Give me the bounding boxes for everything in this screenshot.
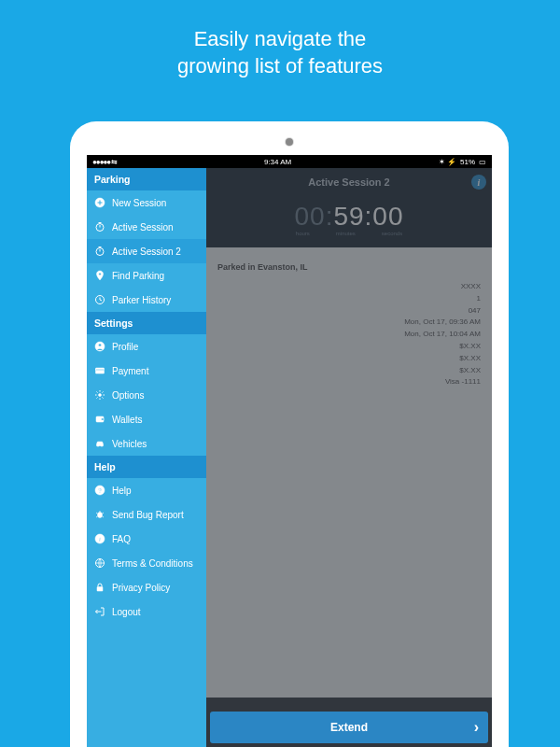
page-title: Active Session 2 bbox=[308, 176, 389, 188]
sidebar-item-label: Parker History bbox=[112, 295, 171, 305]
card-icon bbox=[94, 365, 105, 376]
sidebar-item-label: Help bbox=[112, 486, 132, 496]
svg-rect-8 bbox=[96, 370, 105, 371]
svg-point-3 bbox=[99, 273, 102, 275]
chevron-right-icon: › bbox=[474, 719, 479, 736]
sidebar-item-label: Terms & Conditions bbox=[112, 558, 193, 569]
sidebar-item-label: Logout bbox=[112, 607, 141, 617]
svg-rect-20 bbox=[97, 587, 103, 592]
session-details: Parked in Evanston, IL XXXX 1 047 Mon, O… bbox=[206, 247, 492, 698]
device-screen: ●●●●● ⇆ 9:34 AM ✶ ⚡ 51% ▭ Parking New Se… bbox=[87, 155, 492, 747]
plus-circle-icon bbox=[94, 197, 105, 208]
question-icon: ? bbox=[94, 485, 105, 496]
sidebar-item-label: Active Session bbox=[112, 222, 174, 233]
svg-point-9 bbox=[99, 394, 102, 397]
sidebar-item-terms[interactable]: Terms & Conditions bbox=[87, 551, 206, 575]
sidebar-item-wallets[interactable]: Wallets bbox=[87, 407, 206, 431]
sidebar-item-options[interactable]: Options bbox=[87, 383, 206, 407]
lock-icon bbox=[94, 582, 105, 593]
sidebar-item-label: Payment bbox=[112, 366, 148, 376]
history-icon bbox=[94, 294, 105, 305]
car-icon bbox=[94, 438, 105, 449]
sidebar-item-label: FAQ bbox=[112, 534, 131, 544]
sidebar-item-label: Profile bbox=[112, 342, 138, 352]
globe-icon bbox=[94, 557, 105, 569]
timer-labels: hours minutes seconds bbox=[206, 231, 492, 236]
svg-point-16 bbox=[98, 513, 103, 518]
sidebar-item-send-bug[interactable]: Send Bug Report bbox=[87, 502, 206, 527]
sidebar-item-label: Wallets bbox=[112, 415, 142, 425]
sidebar-item-profile[interactable]: Profile bbox=[87, 334, 206, 359]
sidebar-item-payment[interactable]: Payment bbox=[87, 359, 206, 383]
sidebar-item-active-session[interactable]: Active Session bbox=[87, 215, 206, 239]
countdown-timer: 00:59:00 bbox=[206, 202, 492, 232]
extend-button[interactable]: Extend › bbox=[210, 712, 488, 743]
sidebar-item-parker-history[interactable]: Parker History bbox=[87, 288, 206, 312]
sidebar-item-label: Send Bug Report bbox=[112, 510, 184, 520]
sidebar-item-new-session[interactable]: New Session bbox=[87, 190, 206, 215]
svg-point-12 bbox=[97, 445, 99, 447]
sidebar-item-faq[interactable]: i FAQ bbox=[87, 527, 206, 551]
bug-icon bbox=[94, 509, 105, 520]
sidebar-item-logout[interactable]: Logout bbox=[87, 599, 206, 624]
user-icon bbox=[94, 341, 105, 352]
sidebar-item-label: Options bbox=[112, 390, 144, 401]
sidebar-item-label: Active Session 2 bbox=[112, 247, 181, 257]
marketing-headline: Easily navigate the growing list of feat… bbox=[0, 0, 560, 98]
main-panel: Active Session 2 i 00:59:00 hours minute… bbox=[206, 168, 492, 747]
status-right: ✶ ⚡ 51% ▭ bbox=[439, 158, 486, 166]
svg-point-6 bbox=[99, 344, 102, 346]
timer-icon bbox=[94, 246, 105, 257]
top-bar: Active Session 2 i bbox=[206, 168, 492, 196]
logout-icon bbox=[94, 606, 105, 617]
gear-icon bbox=[94, 389, 105, 401]
timer-panel: 00:59:00 hours minutes seconds bbox=[206, 196, 492, 247]
svg-point-13 bbox=[101, 445, 103, 447]
section-header-parking: Parking bbox=[87, 168, 206, 190]
sidebar-item-find-parking[interactable]: Find Parking bbox=[87, 263, 206, 288]
battery-icon: ▭ bbox=[479, 158, 486, 166]
svg-text:?: ? bbox=[98, 487, 102, 494]
timer-icon bbox=[94, 221, 105, 233]
parked-location: Parked in Evanston, IL bbox=[217, 262, 481, 272]
status-bar: ●●●●● ⇆ 9:34 AM ✶ ⚡ 51% ▭ bbox=[87, 155, 492, 168]
sidebar-item-help[interactable]: ? Help bbox=[87, 478, 206, 502]
sidebar-item-privacy[interactable]: Privacy Policy bbox=[87, 575, 206, 599]
extend-label: Extend bbox=[330, 721, 368, 734]
sidebar-item-vehicles[interactable]: Vehicles bbox=[87, 431, 206, 456]
wallet-icon bbox=[94, 414, 105, 425]
svg-rect-11 bbox=[102, 418, 105, 420]
sidebar-item-label: Privacy Policy bbox=[112, 583, 170, 593]
map-pin-icon bbox=[94, 270, 105, 281]
sidebar-item-label: Vehicles bbox=[112, 439, 147, 449]
signal-icon: ●●●●● ⇆ bbox=[92, 158, 117, 166]
sidebar-item-active-session-2[interactable]: Active Session 2 bbox=[87, 239, 206, 263]
section-header-help: Help bbox=[87, 456, 206, 478]
sidebar: Parking New Session Active Session Activ… bbox=[87, 168, 206, 747]
info-button[interactable]: i bbox=[471, 175, 486, 190]
device-frame: ●●●●● ⇆ 9:34 AM ✶ ⚡ 51% ▭ Parking New Se… bbox=[70, 121, 509, 747]
info-icon: i bbox=[94, 533, 105, 544]
svg-text:i: i bbox=[99, 536, 101, 543]
sidebar-item-label: New Session bbox=[112, 198, 166, 208]
svg-rect-7 bbox=[96, 368, 105, 374]
bluetooth-icon: ✶ ⚡ bbox=[439, 158, 456, 166]
status-time: 9:34 AM bbox=[264, 158, 291, 166]
device-camera bbox=[286, 138, 293, 146]
battery-label: 51% bbox=[460, 158, 475, 166]
details-list: XXXX 1 047 Mon, Oct 17, 09:36 AM Mon, Oc… bbox=[217, 281, 481, 388]
section-header-settings: Settings bbox=[87, 312, 206, 334]
sidebar-item-label: Find Parking bbox=[112, 271, 164, 281]
